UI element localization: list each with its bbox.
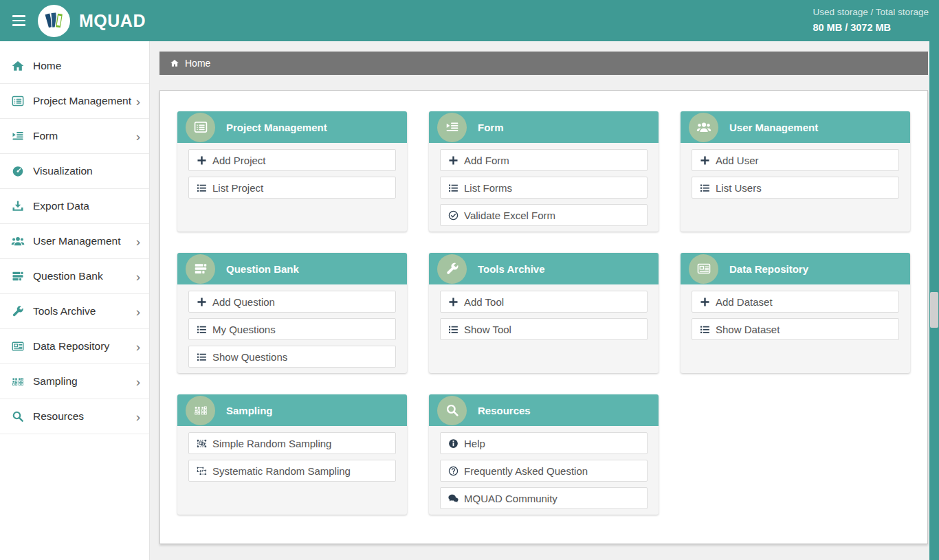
- project-management-icon: [11, 94, 25, 108]
- chevron-right-icon: ›: [136, 410, 140, 423]
- validate-excel-form-button[interactable]: Validate Excel Form: [440, 204, 648, 226]
- card-item-label: My Questions: [212, 324, 276, 335]
- add-dataset-button[interactable]: Add Dataset: [692, 291, 899, 313]
- card-header: Question Bank: [177, 253, 407, 284]
- my-questions-button[interactable]: My Questions: [188, 318, 396, 340]
- card-item-label: Validate Excel Form: [464, 210, 555, 221]
- breadcrumb-home-link[interactable]: Home: [185, 58, 210, 69]
- card-body: Add Question My Questions Show Questions: [177, 284, 407, 373]
- tools-archive-icon: [437, 254, 467, 284]
- plus-icon: [196, 296, 208, 308]
- main-content: Home Project Management Add Project List…: [150, 0, 939, 560]
- card-body: Simple Random Sampling Systematic Random…: [177, 426, 407, 488]
- card-body: Add Form List Forms Validate Excel Form: [429, 143, 659, 232]
- chevron-right-icon: ›: [136, 375, 140, 388]
- info-icon: [448, 438, 459, 449]
- storage-indicator: Used storage / Total storage 80 MB / 307…: [813, 5, 929, 35]
- list-icon: [699, 182, 711, 194]
- card-body: Add User List Users: [681, 143, 910, 205]
- plus-icon: [196, 155, 208, 166]
- card-body: Add Dataset Show Dataset: [681, 284, 910, 346]
- sidebar-item-form[interactable]: Form ›: [0, 119, 149, 154]
- sidebar-item-label: Question Bank: [33, 270, 103, 282]
- help-button[interactable]: Help: [440, 432, 648, 454]
- show-questions-button[interactable]: Show Questions: [188, 346, 396, 368]
- sidebar-item-export-data[interactable]: Export Data: [0, 189, 149, 224]
- card-item-label: Add Project: [212, 155, 266, 166]
- question-bank-icon: [11, 269, 25, 283]
- data-repository-icon: [11, 339, 25, 353]
- scrollbar[interactable]: [929, 0, 939, 560]
- add-project-button[interactable]: Add Project: [188, 149, 396, 171]
- sidebar-item-user-management[interactable]: User Management ›: [0, 224, 149, 259]
- sidebar-item-question-bank[interactable]: Question Bank ›: [0, 259, 149, 294]
- check-circle-icon: [448, 210, 459, 221]
- card-item-label: Show Dataset: [716, 324, 780, 335]
- card-item-label: MQUAD Community: [464, 493, 557, 504]
- list-icon: [699, 324, 711, 335]
- breadcrumb: Home: [159, 52, 928, 75]
- card-title: Resources: [478, 405, 531, 416]
- card-title: Form: [478, 122, 504, 133]
- card-body: Add Project List Project: [177, 143, 407, 205]
- card-item-label: List Project: [212, 182, 263, 194]
- data-repository-icon: [689, 254, 718, 284]
- chevron-right-icon: ›: [136, 305, 140, 318]
- mquad-community-button[interactable]: MQUAD Community: [440, 487, 648, 509]
- plus-icon: [448, 155, 459, 166]
- top-header: MQUAD Used storage / Total storage 80 MB…: [0, 0, 939, 41]
- card-body: Help Frequently Asked Question MQUAD Com…: [429, 426, 659, 515]
- sidebar-item-label: Data Repository: [33, 340, 109, 352]
- faq-button[interactable]: Frequently Asked Question: [440, 460, 648, 482]
- form-icon: [11, 129, 25, 143]
- app-title: MQUAD: [79, 11, 146, 31]
- card-title: Project Management: [226, 122, 327, 133]
- object-ungroup-icon: [196, 465, 208, 477]
- add-tool-button[interactable]: Add Tool: [440, 291, 648, 313]
- card-question-bank: Question Bank Add Question My Questions …: [177, 253, 407, 373]
- card-data-repository: Data Repository Add Dataset Show Dataset: [681, 253, 910, 373]
- chevron-right-icon: ›: [136, 95, 140, 108]
- simple-random-sampling-button[interactable]: Simple Random Sampling: [188, 432, 396, 454]
- list-forms-button[interactable]: List Forms: [440, 177, 648, 199]
- card-header: Resources: [429, 394, 659, 426]
- scrollbar-thumb[interactable]: [930, 292, 938, 328]
- add-question-button[interactable]: Add Question: [188, 291, 396, 313]
- sidebar-item-visualization[interactable]: Visualization: [0, 154, 149, 189]
- list-project-button[interactable]: List Project: [188, 177, 396, 199]
- list-icon: [196, 351, 208, 363]
- sidebar-item-data-repository[interactable]: Data Repository ›: [0, 329, 149, 364]
- breadcrumb-home-icon: [170, 58, 179, 68]
- add-user-button[interactable]: Add User: [692, 149, 899, 171]
- systematic-random-sampling-button[interactable]: Systematic Random Sampling: [188, 460, 396, 482]
- books-logo-icon: [38, 5, 70, 36]
- add-form-button[interactable]: Add Form: [440, 149, 648, 171]
- sidebar-item-resources[interactable]: Resources ›: [0, 399, 149, 434]
- card-title: Data Repository: [729, 263, 808, 275]
- card-title: User Management: [729, 122, 818, 133]
- home-icon: [11, 59, 25, 73]
- sidebar-item-home[interactable]: Home: [0, 49, 149, 84]
- show-dataset-button[interactable]: Show Dataset: [692, 318, 899, 340]
- list-users-button[interactable]: List Users: [692, 177, 899, 199]
- project-management-icon: [186, 113, 215, 142]
- card-item-label: Help: [464, 438, 485, 449]
- sidebar-item-tools-archive[interactable]: Tools Archive ›: [0, 294, 149, 329]
- menu-icon[interactable]: [2, 15, 35, 26]
- card-item-label: Add Tool: [464, 296, 504, 308]
- card-header: Project Management: [177, 111, 407, 143]
- show-tool-button[interactable]: Show Tool: [440, 318, 648, 340]
- question-bank-icon: [186, 254, 215, 284]
- plus-icon: [448, 296, 459, 308]
- dashboard-panel: Project Management Add Project List Proj…: [159, 90, 928, 544]
- sidebar-item-project-management[interactable]: Project Management ›: [0, 84, 149, 119]
- comments-icon: [448, 493, 459, 504]
- form-icon: [437, 113, 467, 142]
- sidebar-item-sampling[interactable]: Sampling ›: [0, 364, 149, 399]
- plus-icon: [699, 155, 711, 166]
- card-user-management: User Management Add User List Users: [681, 111, 910, 232]
- app-logo[interactable]: [38, 5, 70, 37]
- card-item-label: Add Form: [464, 155, 509, 166]
- sidebar-item-label: Form: [33, 130, 58, 142]
- card-sampling: Sampling Simple Random Sampling Systemat…: [177, 394, 407, 515]
